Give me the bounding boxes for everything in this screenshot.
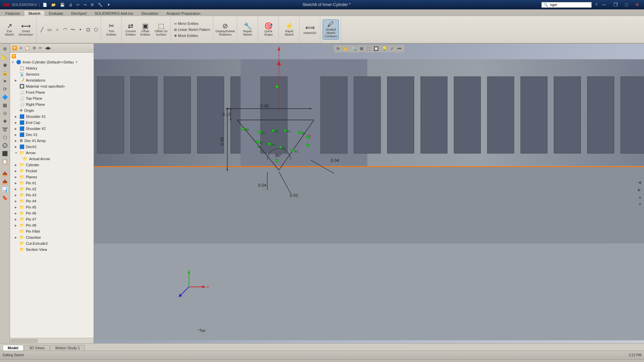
linear-pattern-btn[interactable]: ⊞ Linear Sketch Pattern [173, 27, 211, 32]
point-btn[interactable]: • [77, 27, 84, 33]
rebuild-btn[interactable]: ⚙ [90, 2, 95, 7]
vp-section-btn[interactable]: ⬚ [365, 46, 372, 52]
options-btn[interactable]: 🔧 [97, 2, 104, 7]
undo-btn[interactable]: ↩ [75, 2, 80, 7]
print-btn[interactable]: 🖨 [68, 2, 73, 7]
tree-item-pin4[interactable]: ▶ 📁 Pin #4 [10, 198, 94, 204]
quick-snaps-btn[interactable]: 🎯 QuickSnaps [262, 21, 275, 38]
tree-item-origin[interactable]: ✛ Origin [10, 107, 94, 114]
spline-btn[interactable]: 〜 [69, 27, 76, 33]
qa-dropdown[interactable]: ▼ [106, 2, 111, 7]
tree-item-section-view[interactable]: 📁 Section View [10, 246, 94, 253]
tab-evaluate[interactable]: Evaluate [45, 11, 67, 16]
left-icon-rotate[interactable]: ⟳ [2, 85, 8, 93]
left-icon-bookmark[interactable]: 🔖 [1, 194, 9, 201]
left-icon-layers[interactable]: 📊 [1, 186, 9, 193]
line-btn[interactable]: ╱ [39, 27, 45, 33]
tree-config-btn[interactable]: ⚙ [32, 45, 37, 51]
tree-item-pin5[interactable]: ▶ 📁 Pin #5 [10, 204, 94, 210]
tree-properties-btn[interactable]: 📋 [24, 45, 31, 51]
tree-item-front-plane[interactable]: ⬜ Front Plane [10, 89, 94, 95]
left-icon-circle3[interactable]: ⊙ [2, 109, 8, 117]
tree-item-pocket[interactable]: ▶ 📁 Pocket [10, 168, 94, 174]
tree-item-pin1[interactable]: ▶ 📁 Pin #1 [10, 180, 94, 186]
tree-item-annotations[interactable]: ▶ 📝 Annotations [10, 77, 94, 83]
rapid-sketch-btn[interactable]: ⚡ RapidSketch [282, 21, 296, 38]
tree-item-right-plane[interactable]: ⬜ Right Plane [10, 101, 94, 107]
tree-sketch-btn[interactable]: ✏ [38, 45, 43, 51]
exit-sketch-btn[interactable]: ↗ ExitSketch [3, 21, 16, 38]
circle-btn[interactable]: ○ [54, 27, 61, 33]
vp-apply-btn[interactable]: ✓ [389, 46, 395, 52]
tree-item-shoulder1[interactable]: ▶ 🟦 Shoulder #1 [10, 114, 94, 120]
vp-zoom-btn[interactable]: 🔍 [350, 46, 358, 52]
tree-item-pin3[interactable]: ▶ 📁 Pin #3 [10, 192, 94, 198]
vp-rotate-btn[interactable]: ⟳ [335, 46, 341, 52]
move-btn[interactable]: ✥ Move Entities [173, 33, 199, 38]
redo-btn[interactable]: ↪ [83, 2, 88, 7]
left-icon-lock[interactable]: 🔒 [1, 69, 9, 77]
tree-nav-btn[interactable]: ◀▶ [44, 45, 52, 51]
left-icon-clipboard[interactable]: 📋 [1, 158, 9, 165]
left-icon-hex[interactable]: ⬡ [2, 134, 8, 141]
offset-surface-btn[interactable]: ⬚ Offset OnSurface [153, 21, 169, 38]
tab-dimxpert[interactable]: DimXpert [67, 11, 91, 16]
tree-item-pin2[interactable]: ▶ 📁 Pin #2 [10, 186, 94, 192]
tree-item-cylinder[interactable]: ▶ 📁 Cylinder [10, 162, 94, 168]
tree-item-root[interactable]: ▼ 🔵 Inner-Cylinder (Default<<Defau ▼ [10, 59, 94, 65]
help-icon[interactable]: ? [595, 3, 597, 7]
left-icon-export[interactable]: 📤 [1, 170, 9, 177]
tree-item-pin6[interactable]: ▶ 📁 Pin #6 [10, 210, 94, 216]
smart-dim-btn[interactable]: ⟷ SmartDimension [17, 21, 35, 38]
tree-item-chamber[interactable]: ▶ 📁 Chamber [10, 234, 94, 240]
tree-item-planes[interactable]: ▶ 📁 Planes [10, 174, 94, 180]
offset-btn[interactable]: ▣ OffsetEntities [139, 21, 152, 38]
left-icon-import[interactable]: 📥 [1, 178, 9, 185]
rect-btn[interactable]: ▭ [46, 27, 53, 33]
repair-btn[interactable]: 🔧 RepairSketch [241, 21, 254, 38]
left-icon-diamond[interactable]: 🔷 [1, 93, 9, 101]
tree-item-actual-arrow[interactable]: 📁 Actual Arrow [10, 156, 94, 162]
left-icon-circle2[interactable]: ◉ [2, 61, 8, 69]
vp-more-btn[interactable]: ••• [396, 46, 403, 52]
tree-item-dec2[interactable]: ▶ 🟦 Dec#2 [10, 144, 94, 150]
left-icon-box[interactable]: ⬛ [1, 150, 9, 157]
restore-btn[interactable]: ❐ [611, 1, 620, 8]
tab-3d-views[interactable]: 3D Views [24, 345, 50, 351]
tree-item-dec1array[interactable]: ▶ ⚙ Dec #1 Array [10, 138, 94, 144]
maximize-btn[interactable]: □ [623, 1, 630, 8]
vp-fit-btn[interactable]: ⊠ [359, 46, 365, 52]
left-icon-grid[interactable]: ▦ [2, 101, 8, 109]
viewport[interactable]: ⟳ ✋ 🔍 ⊠ ⬚ 🔲 💡 ✓ ••• [94, 44, 644, 343]
instant2d-btn[interactable]: ⟺ Instant2D [302, 23, 318, 36]
display-delete-btn[interactable]: ⊘ Display/DeleteRelations [215, 21, 235, 38]
save-btn[interactable]: 💾 [59, 2, 66, 7]
shaded-sketch-btn[interactable]: 🖊 ShadedSketchContours [323, 19, 339, 40]
tree-item-cut-extrude3[interactable]: 📁 Cut-Extrude3 [10, 240, 94, 246]
tab-sketch[interactable]: Sketch [24, 10, 45, 16]
open-btn[interactable]: 📂 [50, 2, 57, 7]
tab-analysis[interactable]: Analysis Preparation [162, 11, 204, 16]
vp-display-btn[interactable]: 🔲 [372, 46, 380, 52]
tree-item-pin8[interactable]: ▶ 📁 Pin #8 [10, 222, 94, 228]
left-icon-plus[interactable]: ✚ [2, 118, 8, 125]
right-icon-2[interactable]: ▶ [637, 187, 643, 193]
right-icon-4[interactable]: ▼ [637, 201, 643, 208]
tree-item-history[interactable]: 📋 History [10, 65, 94, 71]
left-icon-radio[interactable]: 🔘 [1, 142, 9, 149]
tree-scrollbar-thumb[interactable] [11, 339, 38, 343]
tree-item-shoulder2[interactable]: ▶ 🟦 Shoulder #2 [10, 126, 94, 132]
tree-item-top-plane[interactable]: ⬜ Top Plane [10, 95, 94, 101]
vp-pan-btn[interactable]: ✋ [342, 46, 350, 52]
trim-btn[interactable]: ✂ TrimEntities [105, 21, 118, 38]
close-btn[interactable]: ✕ [633, 1, 641, 8]
vp-lights-btn[interactable]: 💡 [381, 46, 388, 52]
right-icon-1[interactable]: ◀ [637, 179, 643, 185]
tree-item-material[interactable]: 🔲 Material <not specified> [10, 83, 94, 89]
left-icon-arrow[interactable]: ➤ [2, 77, 8, 85]
right-icon-3[interactable]: ▲ [637, 194, 643, 200]
arc-btn[interactable]: ◠ [62, 27, 68, 33]
tree-item-sensors[interactable]: 📡 Sensors [10, 71, 94, 77]
new-btn[interactable]: 📄 [42, 2, 48, 7]
tree-item-endcap[interactable]: ▶ 🟦 End Cap [10, 120, 94, 126]
